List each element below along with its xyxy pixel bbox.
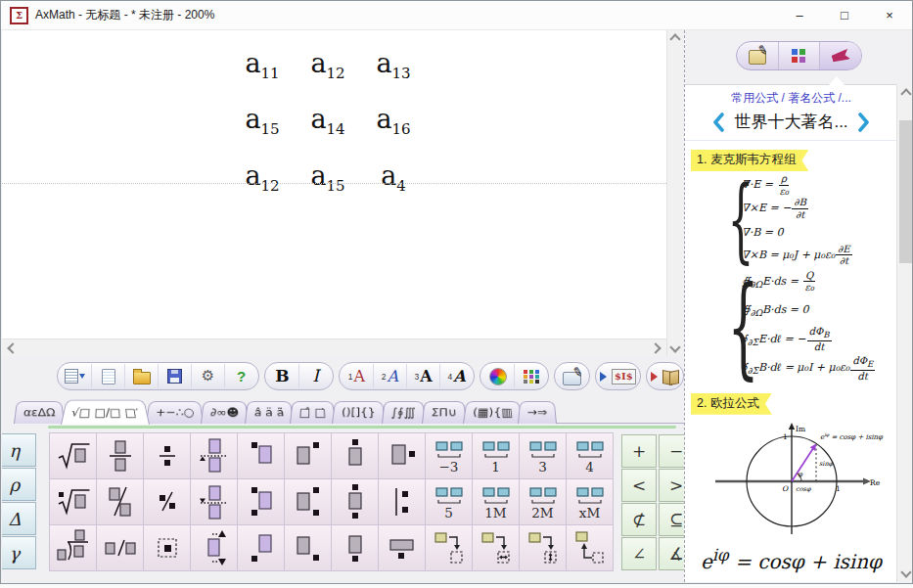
tab-decorations[interactable]: □̂ □̇ (290, 401, 336, 424)
palette-cell-wide-underscript[interactable] (378, 524, 426, 571)
matrix-cell[interactable]: a4 (372, 160, 415, 202)
settings-button[interactable]: ⚙ (192, 364, 225, 388)
tab-calculus[interactable]: ∂∞☻ (201, 401, 249, 424)
symbol-minus[interactable]: − (659, 434, 684, 468)
italic-button[interactable]: I (299, 364, 332, 388)
tab-integrals[interactable]: ∫∮∭ (382, 401, 426, 424)
tex-input-button[interactable]: $I$ (597, 364, 639, 388)
open-button[interactable] (125, 364, 159, 388)
matrix-cell[interactable]: a12 (241, 160, 284, 202)
color-palette-button[interactable] (515, 364, 547, 388)
palette-cell-evaluation-bar[interactable] (378, 478, 426, 525)
tab-big-operators[interactable]: ΣΠ∪ (422, 401, 467, 424)
font-style-3-button[interactable]: 3A (407, 364, 440, 388)
maxwell-differential-equations[interactable]: {∇·E = ρε₀∇×E = −∂B∂t∇·B = 0∇×B = μ₀J + … (728, 173, 897, 267)
font-style-4-button[interactable]: 4A (440, 364, 473, 388)
palette-cell-spacing-3[interactable]: 3 (519, 432, 567, 479)
maxwell-integral-equations[interactable]: {∯∂ΩE·ds = Qε₀∯∂ΩB·ds = 0∮∂ΣE·dℓ = −dΦBd… (728, 269, 897, 384)
matrix-cell[interactable]: a12 (306, 48, 349, 89)
handwrite-pad-button[interactable]: ✎ (556, 364, 588, 388)
palette-cell-long-division[interactable] (49, 524, 97, 571)
palette-cell-postscript-sup[interactable] (284, 432, 332, 479)
scroll-left-icon[interactable] (7, 342, 18, 353)
tab-brackets[interactable]: ()[]{} (332, 401, 386, 424)
symbol-less-than[interactable]: < (621, 469, 657, 502)
new-document-button[interactable] (92, 364, 125, 388)
palette-cell-spacing-1[interactable]: 1 (472, 432, 520, 479)
matrix-cell[interactable]: a14 (306, 104, 349, 145)
palette-cell-over-under-script[interactable] (331, 478, 379, 525)
tab-fractions-radicals[interactable]: √□ □∕□ □′ (61, 400, 150, 425)
panel-scroll-up-icon[interactable] (900, 88, 911, 99)
palette-cell-ref-hfit[interactable] (472, 524, 520, 571)
palette-cell-prescript-supsub[interactable] (237, 478, 285, 525)
symbol-not-subset[interactable]: ⊄ (621, 503, 657, 536)
matrix-cell[interactable]: a16 (372, 104, 415, 145)
scroll-down-icon[interactable] (669, 341, 680, 352)
quick-symbol-rho[interactable]: ρ (2, 468, 36, 501)
panel-scroll-down-icon[interactable] (900, 566, 911, 577)
matrix-cell[interactable]: a13 (372, 48, 415, 89)
palette-cell-underscript[interactable] (331, 524, 379, 571)
symbol-plus[interactable]: + (621, 434, 657, 468)
euler-formula[interactable]: eiφ = cosφ + isinφ (685, 547, 897, 574)
palette-cell-small-vertical-fraction[interactable] (143, 432, 191, 479)
quick-symbol-gamma[interactable]: γ (2, 536, 36, 569)
tab-operators[interactable]: +−∴○ (146, 401, 204, 424)
palette-cell-stack-move[interactable] (190, 524, 238, 571)
font-style-1-button[interactable]: 1A (341, 364, 374, 388)
close-button[interactable]: × (867, 1, 912, 29)
symbol-subset-equal[interactable]: ⊆ (659, 503, 684, 536)
matrix-cell[interactable]: a15 (241, 104, 284, 145)
symbol-library-tab[interactable] (779, 42, 821, 69)
maximize-button[interactable]: □ (822, 1, 867, 29)
palette-cell-prescript-sup[interactable] (237, 432, 285, 479)
scroll-right-icon[interactable] (650, 342, 661, 353)
palette-cell-stack-below[interactable] (190, 478, 238, 525)
matrix-cell[interactable]: a11 (241, 48, 284, 89)
scroll-up-icon[interactable] (669, 33, 680, 44)
palette-cell-spacing-4[interactable]: 4 (566, 432, 614, 479)
minimize-button[interactable]: – (777, 1, 822, 29)
panel-scrollbar[interactable] (896, 84, 913, 582)
symbol-angle[interactable]: ∠ (621, 537, 657, 570)
quick-symbol-delta[interactable]: Δ (2, 502, 36, 535)
tab-accents[interactable]: â ä ã (245, 401, 294, 424)
palette-cell-sidescript[interactable] (378, 432, 426, 479)
prev-collection-button[interactable] (712, 113, 725, 132)
help-button[interactable]: ? (225, 364, 257, 388)
canvas-horizontal-scrollbar[interactable] (2, 339, 666, 356)
palette-cell-ref-return[interactable] (566, 524, 614, 571)
tab-matrices[interactable]: (▦){▥ (463, 401, 523, 424)
font-style-2-button[interactable]: 2A (374, 364, 407, 388)
bold-button[interactable]: B (266, 364, 299, 388)
palette-cell-spacing-xM[interactable]: xM (566, 478, 614, 525)
palette-cell-inline-division[interactable] (96, 524, 144, 571)
quick-symbol-eta[interactable]: η (2, 433, 36, 467)
palette-cell-postscript-supsub[interactable] (284, 478, 332, 525)
famous-formulas-tab[interactable] (820, 42, 861, 69)
palette-cell-nth-root[interactable] (49, 478, 97, 525)
palette-cell-prescript-sub[interactable] (237, 524, 285, 571)
color-wheel-button[interactable] (481, 364, 515, 388)
palette-cell-ref-vfit[interactable] (519, 524, 567, 571)
palette-cell-slanted-fraction[interactable] (96, 478, 144, 525)
save-button[interactable] (159, 364, 192, 388)
tab-greek[interactable]: αεΔΩ (14, 401, 65, 424)
symbol-measured-angle[interactable]: ∡ (659, 537, 684, 570)
palette-cell-spacing-2M[interactable]: 2M (519, 478, 567, 525)
palette-cell-overscript[interactable] (331, 432, 379, 479)
palette-cell-spacing-5[interactable]: 5 (425, 478, 473, 525)
handwrite-tab[interactable]: ✎ (737, 42, 779, 69)
palette-cell-spacing-−3[interactable]: −3 (425, 432, 473, 479)
symbol-greater-than[interactable]: > (659, 469, 684, 502)
canvas-vertical-scrollbar[interactable] (666, 30, 683, 356)
tab-arrows[interactable]: →⇒ (518, 401, 557, 424)
matrix-cell[interactable]: a15 (306, 160, 349, 202)
palette-cell-size-adjust[interactable] (143, 524, 191, 571)
palette-cell-ref-copy[interactable] (425, 524, 473, 571)
breadcrumb[interactable]: 常用公式 / 著名公式 /... (685, 90, 897, 107)
equation-canvas[interactable]: a11a12a13a15a14a16a12a15a4 (2, 30, 666, 339)
palette-cell-stack-above[interactable] (190, 432, 238, 479)
palette-cell-postscript-sub[interactable] (284, 524, 332, 571)
